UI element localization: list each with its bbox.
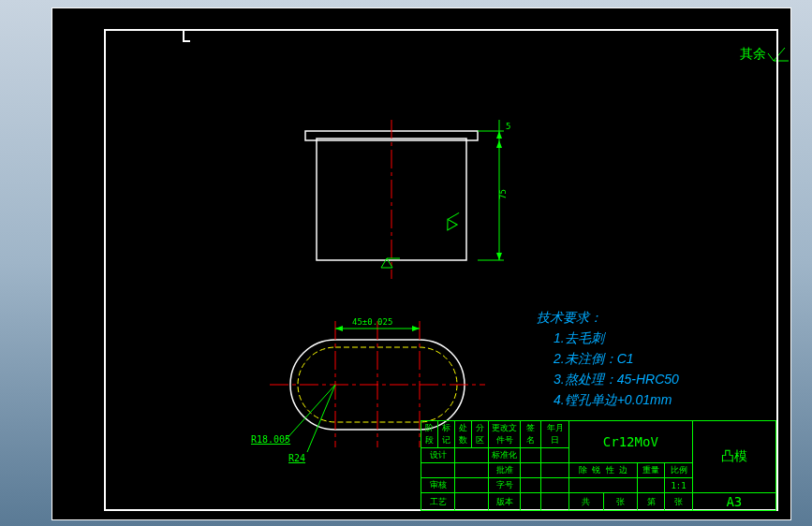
tb-sheet: A3 <box>692 493 775 511</box>
svg-marker-11 <box>335 326 343 331</box>
svg-marker-7 <box>496 140 502 148</box>
tb-material: Cr12MoV <box>569 421 693 463</box>
svg-line-9 <box>448 212 459 219</box>
tech-req-item: 1.去毛刺 <box>554 328 679 348</box>
tb-partname: 凸模 <box>692 421 775 493</box>
tb-row: 批准 <box>489 463 521 478</box>
tech-requirements: 技术要求： 1.去毛刺 2.未注倒：C1 3.熬处理：45-HRC50 4.镗孔… <box>537 307 679 410</box>
tb-weight: 重量 <box>638 463 665 478</box>
svg-line-14 <box>307 385 335 452</box>
svg-marker-12 <box>412 326 420 331</box>
tb-col: 年月日 <box>541 421 569 448</box>
tb-fc: 共 <box>569 493 604 511</box>
title-block: 阶段 标记 处数 分区 更改文件号 签名 年月日 Cr12MoV 凸模 设计 标… <box>421 420 776 509</box>
tb-col: 阶段 <box>421 421 438 448</box>
top-elevation-view: 75 5 <box>288 120 532 298</box>
cad-viewport[interactable]: 其余 75 5 <box>52 7 791 520</box>
title-block-table: 阶段 标记 处数 分区 更改文件号 签名 年月日 Cr12MoV 凸模 设计 标… <box>421 420 776 511</box>
tb-fc: 张 <box>665 493 692 511</box>
surface-mark-side-icon <box>443 212 464 230</box>
tb-col: 标记 <box>438 421 455 448</box>
tb-row: 审核 <box>421 478 455 493</box>
tb-col: 分区 <box>472 421 489 448</box>
tb-col: 签名 <box>521 421 541 448</box>
dim-width: 45±0.025 <box>352 317 392 327</box>
tb-note: 除 锐 性 边 <box>569 463 638 478</box>
tb-col: 处数 <box>455 421 472 448</box>
tb-row: 设计 <box>421 448 455 463</box>
tb-row: 工艺 <box>421 493 455 511</box>
svg-line-13 <box>285 385 335 441</box>
radius-2: R24 <box>288 453 305 463</box>
tb-col: 更改文件号 <box>489 421 521 448</box>
frame-tick-icon <box>183 29 190 42</box>
dim-flange: 5 <box>506 122 510 131</box>
tech-req-item: 3.熬处理：45-HRC50 <box>554 369 679 389</box>
tech-req-title: 技术要求： <box>537 307 679 328</box>
radius-1: R18.005 <box>251 434 290 445</box>
svg-marker-4 <box>496 131 502 139</box>
tech-req-item: 4.镗孔单边+0.01mm <box>554 389 679 410</box>
drawing-border: 75 5 <box>104 29 778 511</box>
tb-fc: 张 <box>603 493 638 511</box>
tb-scale-value: 1:1 <box>665 478 692 493</box>
tb-scale-label: 比例 <box>665 463 692 478</box>
svg-marker-5 <box>496 253 502 260</box>
tech-req-item: 2.未注倒：C1 <box>554 348 679 369</box>
dim-height: 75 <box>498 189 508 199</box>
tb-row: 标准化 <box>489 448 521 463</box>
tb-fc: 第 <box>638 493 665 511</box>
